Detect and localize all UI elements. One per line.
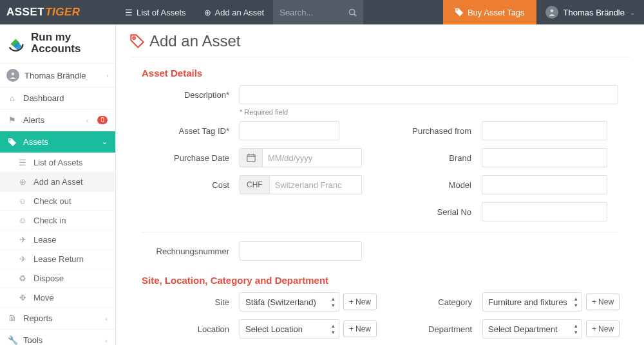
svg-point-3 xyxy=(550,10,553,13)
site-select[interactable]: Stäfa (Switzerland) ▴▾ xyxy=(240,292,339,312)
select-arrows-icon: ▴▾ xyxy=(332,295,335,308)
top-search[interactable] xyxy=(273,0,363,24)
new-category-button[interactable]: +New xyxy=(586,294,620,310)
chevron-left-icon: ‹ xyxy=(105,315,108,322)
nav-reports[interactable]: 🗎 Reports ‹ xyxy=(0,308,115,330)
label-model: Model xyxy=(384,180,474,190)
label-purchase-date: Purchase Date xyxy=(142,153,232,163)
svg-point-5 xyxy=(9,139,10,140)
currency-prefix: CHF xyxy=(240,175,269,194)
section-asset-details: Asset Details xyxy=(142,68,630,79)
sidebar: Run my Accounts Thomas Brändle ‹ ⌂ Dashb… xyxy=(0,24,116,345)
tag-icon xyxy=(130,34,144,48)
app-logo: ASSETTIGER xyxy=(0,0,116,24)
chevron-left-icon: ‹ xyxy=(105,337,108,344)
label-brand: Brand xyxy=(384,153,474,163)
subnav-move[interactable]: ✥ Move xyxy=(0,288,115,308)
svg-point-6 xyxy=(133,37,135,39)
document-icon: 🗎 xyxy=(8,313,17,323)
label-description: Description* xyxy=(142,90,232,100)
subnav-list-assets[interactable]: ☰ List of Assets xyxy=(0,153,115,172)
label-location: Location xyxy=(142,324,232,334)
category-select[interactable]: Furniture and fixtures ▴▾ xyxy=(482,292,582,312)
select-arrows-icon: ▴▾ xyxy=(332,322,335,335)
plus-icon: + xyxy=(592,324,596,333)
list-icon: ☰ xyxy=(18,158,27,167)
label-site: Site xyxy=(142,297,232,307)
label-purchased-from: Purchased from xyxy=(384,126,474,136)
svg-point-4 xyxy=(12,73,15,76)
location-select[interactable]: Select Location ▴▾ xyxy=(240,319,339,339)
label-cost: Cost xyxy=(142,180,232,190)
nav-alerts[interactable]: ⚑ Alerts ‹ 0 xyxy=(0,109,115,131)
asset-tag-field[interactable] xyxy=(240,121,339,140)
nav-tools[interactable]: 🔧 Tools ‹ xyxy=(0,330,115,345)
search-icon[interactable] xyxy=(348,8,357,17)
label-department: Department xyxy=(384,324,475,334)
description-field[interactable] xyxy=(240,85,618,104)
nav-dashboard[interactable]: ⌂ Dashboard xyxy=(0,88,115,109)
subnav-dispose[interactable]: ♻ Dispose xyxy=(0,269,115,288)
chevron-down-icon: ⌄ xyxy=(102,138,108,146)
buy-asset-tags-button[interactable]: Buy Asset Tags xyxy=(443,0,536,24)
plus-circle-icon: ⊕ xyxy=(18,177,27,187)
topbar: ASSETTIGER ☰ List of Assets ⊕ Add an Ass… xyxy=(0,0,644,24)
purchased-from-field[interactable] xyxy=(482,121,607,140)
home-icon: ⌂ xyxy=(8,93,17,103)
user-icon: ☺ xyxy=(18,196,27,206)
recycle-icon: ♻ xyxy=(18,274,27,283)
label-serial: Serial No xyxy=(384,207,474,217)
brand-logo-icon xyxy=(6,31,27,55)
plus-circle-icon: ⊕ xyxy=(204,8,211,17)
rechnungsnummer-field[interactable] xyxy=(240,241,362,261)
select-arrows-icon: ▴▾ xyxy=(574,322,578,335)
top-user-menu[interactable]: Thomas Brändle ⌄ xyxy=(536,0,644,24)
nav-assets[interactable]: Assets ⌄ xyxy=(0,131,115,153)
label-category: Category xyxy=(384,297,475,307)
department-select[interactable]: Select Department ▴▾ xyxy=(482,319,582,339)
alerts-badge: 0 xyxy=(97,116,108,124)
subnav-lease[interactable]: ✈ Lease xyxy=(0,230,115,250)
new-department-button[interactable]: +New xyxy=(586,321,620,337)
brand-field[interactable] xyxy=(482,148,607,167)
model-field[interactable] xyxy=(482,175,607,194)
list-icon: ☰ xyxy=(125,8,133,17)
section-site-location: Site, Location, Category and Department xyxy=(142,275,630,286)
top-add-asset-link[interactable]: ⊕ Add an Asset xyxy=(195,0,274,24)
send-icon: ✈ xyxy=(18,254,27,264)
plus-icon: + xyxy=(349,324,354,333)
page-title: Add an Asset xyxy=(130,32,630,57)
sidebar-user[interactable]: Thomas Brändle ‹ xyxy=(0,63,115,88)
subnav-add-asset[interactable]: ⊕ Add an Asset xyxy=(0,172,115,192)
avatar-icon xyxy=(6,69,19,82)
move-icon: ✥ xyxy=(18,293,27,303)
avatar-icon xyxy=(545,6,558,19)
plus-icon: + xyxy=(349,297,354,306)
chevron-left-icon: ‹ xyxy=(106,71,109,79)
flag-icon: ⚑ xyxy=(8,115,17,125)
svg-point-2 xyxy=(456,9,457,10)
new-site-button[interactable]: +New xyxy=(343,294,377,310)
plus-icon: + xyxy=(592,297,596,306)
svg-rect-7 xyxy=(247,155,255,162)
send-icon: ✈ xyxy=(18,235,27,245)
subnav-lease-return[interactable]: ✈ Lease Return xyxy=(0,250,115,269)
purchase-date-field[interactable] xyxy=(262,148,362,167)
chevron-left-icon: ‹ xyxy=(86,117,89,124)
user-icon: ☺ xyxy=(18,216,27,225)
client-brand: Run my Accounts xyxy=(0,24,115,63)
serial-field[interactable] xyxy=(482,202,607,221)
required-helper: * Required field xyxy=(240,108,618,116)
chevron-down-icon: ⌄ xyxy=(630,9,635,16)
new-location-button[interactable]: +New xyxy=(343,321,377,337)
calendar-icon[interactable] xyxy=(240,148,262,167)
top-add-label: Add an Asset xyxy=(215,8,265,17)
main-content: Add an Asset Asset Details Description* … xyxy=(116,24,644,345)
subnav-checkout[interactable]: ☺ Check out xyxy=(0,192,115,211)
cost-field[interactable] xyxy=(269,175,362,194)
search-input[interactable] xyxy=(279,8,344,17)
label-asset-tag: Asset Tag ID* xyxy=(142,126,232,136)
subnav-checkin[interactable]: ☺ Check in xyxy=(0,211,115,230)
svg-point-0 xyxy=(350,9,355,14)
top-list-assets-link[interactable]: ☰ List of Assets xyxy=(116,0,195,24)
